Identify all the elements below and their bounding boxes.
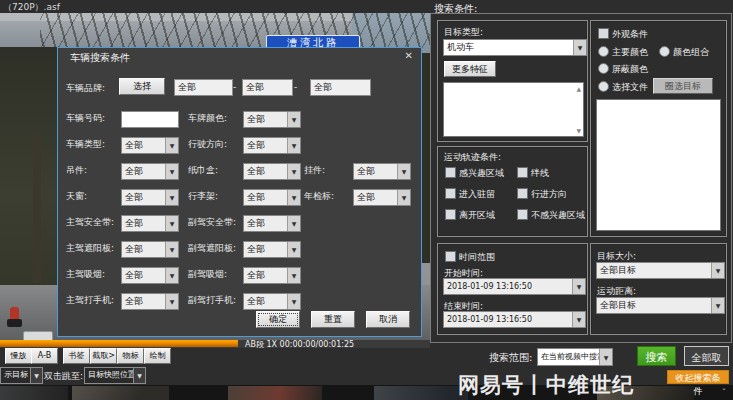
result-thumbnail[interactable] [228, 386, 322, 400]
field-select[interactable]: 全部▼ [243, 241, 301, 258]
trajectory-checkbox[interactable] [445, 209, 456, 220]
field-label: 挂件: [304, 163, 325, 178]
field-select[interactable]: 全部▼ [121, 189, 179, 206]
trajectory-checkbox[interactable] [445, 167, 456, 178]
target-type-select[interactable]: 机动车 ▼ [443, 39, 587, 56]
jump-position-value: 目标快照位置 [88, 370, 136, 379]
player-button-3[interactable]: 书签 [63, 348, 90, 364]
result-thumbnail[interactable] [72, 386, 169, 400]
timeline-progress[interactable] [0, 339, 238, 347]
player-button-1[interactable]: 慢放 [5, 348, 32, 364]
reset-button[interactable]: 重置 [311, 311, 355, 328]
ok-button[interactable]: 确定 [256, 311, 300, 328]
time-range-checkbox[interactable] [445, 251, 456, 262]
target-type-group: 目标类型: 机动车 ▼ 更多特征 ▲ ▼ [437, 20, 588, 142]
double-click-jump-label: 双击跳至: [44, 370, 83, 383]
chevron-down-icon: ▼ [287, 138, 300, 153]
field-label: 天窗: [66, 189, 87, 204]
field-select[interactable]: 全部▼ [353, 189, 411, 206]
result-thumbnail[interactable] [0, 386, 68, 400]
field-label: 年检标: [304, 189, 334, 204]
search-button[interactable]: 搜索 [637, 346, 676, 366]
chevron-down-icon: ▼ [572, 279, 585, 294]
appearance-radio-label: 屏蔽颜色 [612, 63, 648, 76]
select-value: 全部 [247, 192, 265, 202]
appearance-radio[interactable] [659, 46, 670, 57]
circle-select-button[interactable]: 圈选目标 [653, 78, 713, 94]
field-select[interactable]: 全部▼ [121, 215, 179, 232]
trajectory-checkbox-label: 不感兴趣区域 [531, 209, 585, 222]
scroll-up-icon[interactable]: ˄ [718, 387, 730, 398]
appearance-radio[interactable] [598, 81, 609, 92]
appearance-radio[interactable] [598, 46, 609, 57]
trajectory-checkbox-label: 离开区域 [459, 209, 495, 222]
scroll-down-icon[interactable]: ▼ [576, 127, 581, 134]
player-button-6[interactable]: 绘制 [144, 348, 171, 364]
vehicle-search-dialog: 车辆搜索条件 ✕ 车辆品牌: 选择 全部 - 全部 - 全部 车辆号码:车牌颜色… [57, 47, 422, 337]
field-label: 主驾打手机: [66, 293, 114, 308]
start-time-select[interactable]: 2018-01-09 13:16:50 ▼ [443, 278, 586, 295]
field-select[interactable]: 全部▼ [243, 163, 301, 180]
player-buttons-row: 慢放A-B书签截取>物标绘制 [0, 348, 430, 363]
player-button-2[interactable]: A-B [31, 348, 58, 364]
field-select[interactable]: 全部▼ [243, 293, 301, 310]
select-value: 全部 [247, 244, 265, 254]
appearance-radio-label: 颜色组合 [673, 46, 709, 59]
select-value: 全部 [247, 166, 265, 176]
field-select[interactable]: 全部▼ [243, 267, 301, 284]
target-size-value: 全部目标 [600, 265, 636, 275]
field-select[interactable]: 全部▼ [353, 163, 411, 180]
field-select[interactable]: 全部▼ [121, 163, 179, 180]
collapse-search-conditions-button[interactable]: 收起搜索条件 [667, 370, 729, 384]
chevron-down-icon: ▼ [165, 268, 178, 283]
chevron-down-icon: ▼ [165, 164, 178, 179]
display-target-select[interactable]: 示目标 ▼ [0, 367, 43, 384]
appearance-radio[interactable] [598, 63, 609, 74]
target-size-select[interactable]: 全部目标 ▼ [596, 262, 725, 279]
chevron-down-icon: ▼ [165, 294, 178, 309]
scroll-up-icon[interactable]: ▲ [576, 85, 581, 92]
field-select[interactable]: 全部▼ [243, 111, 301, 128]
move-distance-select[interactable]: 全部目标 ▼ [596, 297, 725, 314]
appearance-preview-box [596, 99, 721, 231]
field-label: 吊件: [66, 163, 87, 178]
target-type-value: 机动车 [447, 42, 474, 52]
select-value: 全部 [247, 140, 265, 150]
time-range-label: 时间范围 [459, 251, 495, 264]
select-value: 全部 [125, 270, 143, 280]
player-button-5[interactable]: 物标 [117, 348, 144, 364]
features-listbox[interactable]: ▲ ▼ [443, 82, 584, 137]
field-select[interactable]: 全部▼ [243, 137, 301, 154]
vehicle-number-input[interactable] [121, 111, 179, 128]
appearance-checkbox[interactable] [598, 28, 609, 39]
field-select[interactable]: 全部▼ [121, 293, 179, 310]
trajectory-checkbox[interactable] [517, 209, 528, 220]
chevron-down-icon: ▼ [711, 263, 724, 278]
field-label: 副驾打手机: [188, 293, 236, 308]
field-select[interactable]: 全部▼ [121, 241, 179, 258]
trajectory-checkbox[interactable] [517, 167, 528, 178]
trajectory-checkbox[interactable] [445, 188, 456, 199]
field-select[interactable]: 全部▼ [121, 137, 179, 154]
trajectory-group: 运动轨迹条件: 感兴趣区域绊线进入驻留行进方向离开区域不感兴趣区域 [437, 146, 588, 237]
appearance-label: 外观条件 [612, 28, 648, 41]
result-thumbnail[interactable] [374, 386, 468, 400]
search-scope-select[interactable]: 在当前视频中搜索 ▼ [537, 348, 613, 366]
watermark: 网易号丨中维世纪 [458, 371, 634, 399]
move-distance-value: 全部目标 [600, 300, 636, 310]
jump-position-select[interactable]: 目标快照位置 ▼ [84, 367, 146, 384]
field-select[interactable]: 全部▼ [243, 189, 301, 206]
field-select[interactable]: 全部▼ [243, 215, 301, 232]
select-value: 全部 [125, 192, 143, 202]
chevron-down-icon: ▼ [711, 298, 724, 313]
select-value: 全部 [247, 114, 265, 124]
cancel-all-button[interactable]: 全部取消 [684, 346, 729, 366]
field-label: 主驾遮阳板: [66, 241, 114, 256]
player-button-4[interactable]: 截取> [90, 348, 117, 364]
more-features-button[interactable]: 更多特征 [444, 61, 496, 77]
end-time-select[interactable]: 2018-01-09 13:16:50 ▼ [443, 311, 586, 328]
trajectory-checkbox[interactable] [517, 188, 528, 199]
chevron-down-icon: ▼ [165, 138, 178, 153]
cancel-button[interactable]: 取消 [366, 311, 410, 328]
field-select[interactable]: 全部▼ [121, 267, 179, 284]
